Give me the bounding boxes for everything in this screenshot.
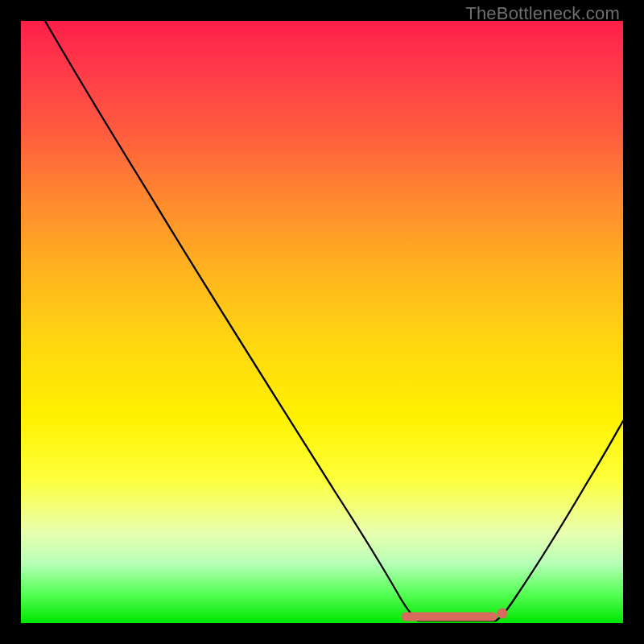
fit-range-end-dot bbox=[497, 609, 508, 619]
watermark-text: TheBottleneck.com bbox=[465, 3, 620, 24]
curve-layer bbox=[21, 21, 623, 623]
chart-frame: TheBottleneck.com bbox=[0, 0, 644, 644]
plot-area bbox=[21, 21, 623, 623]
bottleneck-curve bbox=[45, 21, 623, 621]
